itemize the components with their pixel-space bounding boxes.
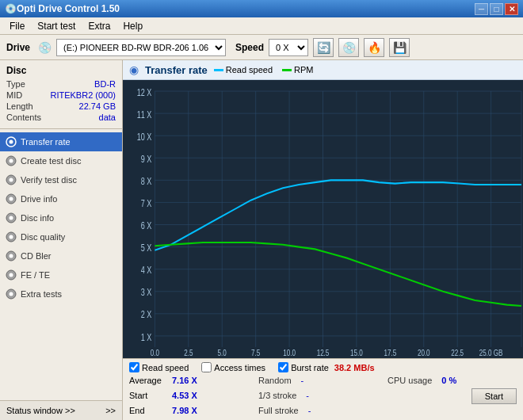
- disc-mid-key: MID: [6, 90, 22, 100]
- cb-burst-rate-label: Burst rate: [291, 363, 329, 372]
- cpu-value: 0 %: [441, 376, 456, 385]
- svg-text:10 X: 10 X: [137, 131, 152, 142]
- average-value: 7.16 X: [172, 376, 208, 385]
- status-window-button[interactable]: Status window >> >>: [0, 400, 122, 420]
- nav-cd-bler-label: CD Bler: [21, 251, 52, 261]
- drive-select[interactable]: (E:) PIONEER BD-RW BDR-206 1.06: [56, 39, 226, 56]
- start-button[interactable]: Start: [471, 388, 517, 404]
- svg-text:7 X: 7 X: [141, 198, 152, 209]
- nav-extra-tests[interactable]: Extra tests: [0, 284, 122, 304]
- start-label: Start: [129, 391, 169, 400]
- stats-stroke13: 1/3 stroke -: [258, 387, 387, 404]
- nav-drive-info[interactable]: Drive info: [0, 189, 122, 208]
- close-button[interactable]: ✕: [505, 3, 518, 15]
- speed-select[interactable]: 0 X: [269, 39, 308, 56]
- chart-header-icon: ◉: [129, 63, 139, 76]
- nav-disc-info[interactable]: Disc info: [0, 208, 122, 227]
- main-area: Disc Type BD-R MID RITEKBR2 (000) Length…: [0, 60, 523, 420]
- cb-access-times-label: Access times: [214, 363, 265, 372]
- stats-cpu: CPU usage 0 %: [387, 376, 517, 385]
- fe-te-icon: [5, 269, 17, 281]
- cpu-label: CPU usage: [387, 376, 432, 385]
- nav-verify-test-disc-label: Verify test disc: [21, 175, 77, 185]
- status-window-label: Status window >>: [6, 406, 75, 415]
- chart-header: ◉ Transfer rate Read speed RPM: [123, 60, 523, 80]
- menu-bar: File Start test Extra Help: [0, 17, 523, 35]
- nav-cd-bler[interactable]: CD Bler: [0, 246, 122, 265]
- sidebar: Disc Type BD-R MID RITEKBR2 (000) Length…: [0, 60, 123, 420]
- svg-text:4 X: 4 X: [141, 265, 152, 276]
- nav-transfer-rate[interactable]: Transfer rate: [0, 132, 122, 151]
- legend-read-speed-label: Read speed: [226, 65, 273, 74]
- cb-burst-rate-input[interactable]: [278, 362, 288, 372]
- nav-fe-te[interactable]: FE / TE: [0, 265, 122, 284]
- title-bar-icon: 💿: [5, 3, 17, 14]
- stats-area: Read speed Access times Burst rate 38.2 …: [123, 358, 523, 420]
- svg-text:0.0: 0.0: [151, 348, 160, 358]
- disc-type-val: BD-R: [94, 79, 116, 89]
- create-test-disc-icon: [5, 155, 17, 167]
- svg-text:22.5: 22.5: [451, 348, 464, 358]
- refresh-button[interactable]: 🔄: [313, 38, 334, 57]
- svg-text:9 X: 9 X: [141, 153, 152, 164]
- svg-text:6 X: 6 X: [141, 220, 152, 231]
- start-btn-container: Start: [387, 388, 517, 404]
- disc-button[interactable]: 💿: [338, 38, 359, 57]
- chart-legend: Read speed RPM: [214, 65, 314, 74]
- title-bar: 💿 Opti Drive Control 1.50 ─ □ ✕: [0, 0, 523, 17]
- svg-text:2.5: 2.5: [184, 348, 193, 358]
- stats-start: Start 4.53 X: [129, 387, 258, 404]
- nav-fe-te-label: FE / TE: [21, 270, 50, 280]
- disc-contents-row: Contents data: [6, 113, 116, 122]
- svg-text:5.0: 5.0: [218, 348, 227, 358]
- minimize-button[interactable]: ─: [475, 3, 488, 15]
- svg-point-17: [10, 292, 13, 296]
- disc-type-row: Type BD-R: [6, 79, 116, 89]
- cb-read-speed-input[interactable]: [129, 362, 139, 372]
- extra-tests-icon: [5, 288, 17, 300]
- drive-info-icon: [5, 193, 17, 205]
- cb-read-speed[interactable]: Read speed: [129, 362, 189, 372]
- fullstroke-value: -: [308, 406, 311, 415]
- nav-disc-quality[interactable]: Disc quality: [0, 227, 122, 246]
- nav-create-test-disc[interactable]: Create test disc: [0, 151, 122, 170]
- disc-contents-val: data: [99, 113, 116, 122]
- svg-point-3: [10, 159, 13, 163]
- cb-access-times-input[interactable]: [201, 362, 212, 372]
- svg-point-1: [10, 140, 13, 144]
- legend-rpm-label: RPM: [294, 65, 313, 74]
- verify-test-disc-icon: [5, 174, 17, 186]
- svg-text:25.0 GB: 25.0 GB: [479, 348, 503, 358]
- menu-extra[interactable]: Extra: [82, 19, 116, 33]
- cb-read-speed-label: Read speed: [142, 363, 189, 372]
- menu-file[interactable]: File: [3, 19, 31, 33]
- stats-average: Average 7.16 X: [129, 376, 258, 385]
- menu-start-test[interactable]: Start test: [31, 19, 82, 33]
- status-window-arrow-icon: >>: [105, 406, 116, 415]
- read-speed-line: [155, 180, 521, 250]
- checkboxes-row: Read speed Access times Burst rate 38.2 …: [129, 362, 517, 372]
- disc-info-icon: [5, 212, 17, 224]
- save-button[interactable]: 💾: [389, 38, 410, 57]
- stroke13-label: 1/3 stroke: [258, 391, 296, 400]
- burn-button[interactable]: 🔥: [364, 38, 384, 57]
- svg-point-5: [10, 178, 13, 182]
- nav-verify-test-disc[interactable]: Verify test disc: [0, 170, 122, 189]
- cb-access-times[interactable]: Access times: [201, 362, 265, 372]
- nav-extra-tests-label: Extra tests: [21, 289, 62, 299]
- legend-rpm: RPM: [282, 65, 313, 74]
- stats-end: End 7.98 X: [129, 406, 258, 415]
- drive-label: Drive: [6, 42, 30, 53]
- stats-fullstroke: Full stroke -: [258, 406, 387, 415]
- content-area: ◉ Transfer rate Read speed RPM: [123, 60, 523, 420]
- svg-text:8 X: 8 X: [141, 175, 152, 186]
- disc-title: Disc: [6, 65, 116, 76]
- cb-burst-rate[interactable]: Burst rate 38.2 MB/s: [278, 362, 374, 372]
- nav-transfer-rate-label: Transfer rate: [21, 137, 71, 147]
- disc-length-row: Length 22.74 GB: [6, 101, 116, 111]
- restore-button[interactable]: □: [490, 3, 503, 15]
- nav-disc-quality-label: Disc quality: [21, 232, 65, 242]
- menu-help[interactable]: Help: [116, 19, 149, 33]
- svg-point-7: [10, 197, 13, 201]
- nav-disc-info-label: Disc info: [21, 213, 54, 223]
